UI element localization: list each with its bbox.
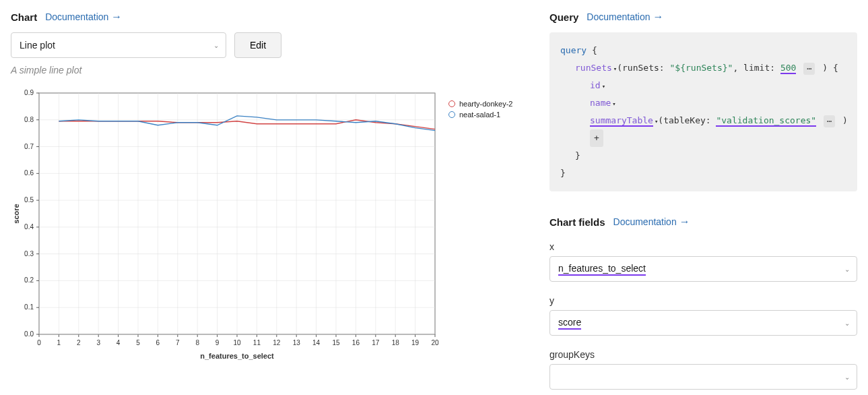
- svg-text:0.5: 0.5: [24, 196, 34, 204]
- chevron-down-icon: ⌄: [844, 266, 850, 273]
- svg-text:16: 16: [352, 339, 360, 346]
- query-keyword: query: [560, 45, 587, 55]
- edit-button[interactable]: Edit: [234, 32, 281, 58]
- chart-fields-doc-link[interactable]: Documentation →: [613, 216, 690, 228]
- tablekey-value[interactable]: "validation_scores": [716, 115, 816, 127]
- svg-text:2: 2: [77, 339, 81, 346]
- svg-text:0.0: 0.0: [24, 330, 34, 338]
- name-field[interactable]: name: [590, 98, 611, 108]
- chevron-down-icon: ⌄: [844, 320, 850, 327]
- svg-text:0.6: 0.6: [24, 169, 34, 177]
- x-field-select[interactable]: n_features_to_select ⌄: [549, 256, 857, 282]
- svg-text:0.3: 0.3: [24, 250, 34, 257]
- tablekey-arg: tableKey: [663, 115, 706, 125]
- id-field[interactable]: id: [590, 80, 601, 90]
- svg-text:1: 1: [57, 339, 61, 346]
- y-label: y: [549, 295, 857, 306]
- more-args-button[interactable]: ⋯: [803, 63, 815, 75]
- legend-label: hearty-donkey-2: [459, 100, 513, 108]
- add-field-button[interactable]: +: [590, 129, 603, 147]
- more-args-button[interactable]: ⋯: [824, 115, 835, 127]
- svg-text:0: 0: [37, 339, 41, 346]
- svg-text:0.4: 0.4: [24, 223, 34, 231]
- chart-fields-title: Chart fields: [549, 216, 605, 228]
- svg-text:13: 13: [293, 339, 301, 346]
- svg-text:12: 12: [273, 339, 281, 346]
- svg-text:n_features_to_select: n_features_to_select: [200, 352, 274, 360]
- svg-text:0.8: 0.8: [24, 116, 34, 123]
- chevron-down-icon: ⌄: [844, 373, 850, 381]
- svg-text:18: 18: [392, 339, 400, 346]
- caret-down-icon[interactable]: ▾: [602, 83, 605, 90]
- chevron-down-icon: ⌄: [213, 42, 219, 49]
- legend-label: neat-salad-1: [459, 111, 500, 119]
- legend-item[interactable]: hearty-donkey-2: [448, 100, 513, 108]
- groupkeys-field-select[interactable]: ⌄: [549, 364, 857, 390]
- y-field-select[interactable]: score ⌄: [549, 310, 857, 336]
- query-section-title: Query: [549, 11, 578, 23]
- limit-arg: limit: [743, 63, 770, 73]
- arrow-right-icon: →: [653, 11, 664, 23]
- svg-text:0.9: 0.9: [24, 89, 34, 96]
- svg-text:6: 6: [156, 339, 160, 346]
- x-label: x: [549, 241, 857, 252]
- caret-down-icon[interactable]: ▾: [655, 118, 658, 125]
- query-code-block: query { runSets▾(runSets: "${runSets}", …: [549, 32, 857, 191]
- svg-text:14: 14: [312, 339, 321, 346]
- svg-text:9: 9: [215, 339, 220, 346]
- legend-marker-icon: [448, 111, 455, 118]
- legend-marker-icon: [448, 100, 455, 107]
- svg-text:0.7: 0.7: [24, 143, 34, 150]
- query-doc-link[interactable]: Documentation →: [587, 11, 663, 23]
- legend-item[interactable]: neat-salad-1: [448, 111, 513, 119]
- svg-text:20: 20: [431, 339, 439, 346]
- summarytable-field[interactable]: summaryTable: [590, 115, 653, 127]
- svg-text:17: 17: [372, 339, 380, 346]
- limit-value[interactable]: 500: [780, 63, 796, 74]
- svg-text:3: 3: [96, 339, 100, 346]
- svg-text:0.2: 0.2: [24, 276, 34, 284]
- svg-text:0.1: 0.1: [24, 303, 34, 311]
- svg-text:8: 8: [195, 339, 199, 346]
- line-chart: 012345678910111213141516171819200.00.10.…: [11, 86, 442, 363]
- chart-panel: Chart Documentation → Line plot ⌄ Edit A…: [11, 11, 523, 390]
- caret-down-icon[interactable]: ▾: [612, 100, 615, 107]
- chart-section-title: Chart: [11, 11, 37, 23]
- chart-legend: hearty-donkey-2neat-salad-1: [448, 100, 513, 121]
- svg-text:19: 19: [411, 339, 420, 346]
- svg-text:10: 10: [233, 339, 241, 346]
- runsets-field[interactable]: runSets: [575, 63, 612, 73]
- arrow-right-icon: →: [111, 11, 122, 23]
- svg-text:11: 11: [253, 339, 261, 346]
- chart-doc-link[interactable]: Documentation →: [45, 11, 122, 23]
- svg-text:4: 4: [116, 339, 121, 346]
- chart-description: A simple line plot: [11, 65, 523, 75]
- caret-down-icon[interactable]: ▾: [613, 65, 617, 72]
- arrow-right-icon: →: [679, 216, 690, 228]
- runsets-value[interactable]: "${runSets}": [670, 63, 733, 73]
- svg-text:5: 5: [136, 339, 140, 346]
- runsets-arg: runSets: [622, 63, 659, 73]
- groupkeys-label: groupKeys: [549, 349, 857, 360]
- svg-text:score: score: [12, 204, 20, 223]
- svg-text:15: 15: [332, 339, 340, 346]
- chart-type-select[interactable]: Line plot ⌄: [11, 32, 226, 58]
- svg-text:7: 7: [176, 339, 180, 346]
